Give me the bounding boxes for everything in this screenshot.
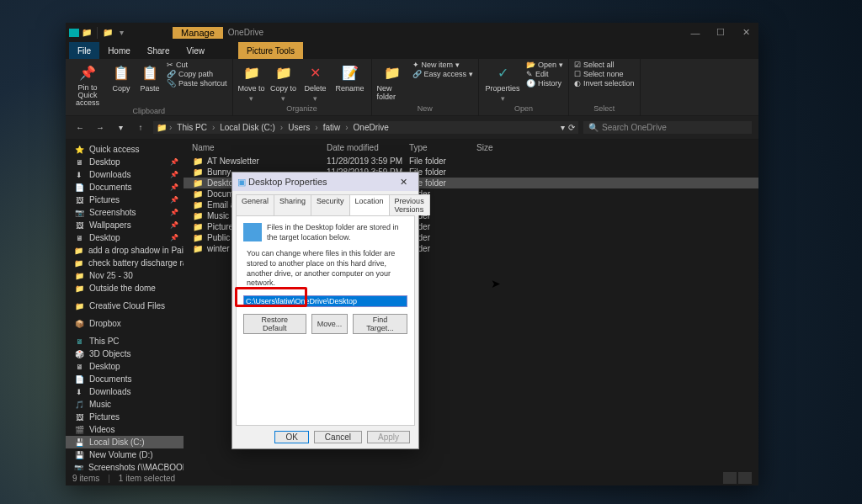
forward-button[interactable]: → [93, 120, 108, 135]
maximize-button[interactable]: ☐ [708, 23, 733, 42]
dialog-footer: OK Cancel Apply [232, 426, 418, 448]
sidebar-item[interactable]: 📄Documents📌 [66, 181, 184, 194]
sidebar-item[interactable]: 💾Local Disk (C:) [66, 436, 184, 448]
large-icons-view-icon[interactable] [738, 472, 752, 484]
menu-share[interactable]: Share [139, 42, 178, 59]
apply-button[interactable]: Apply [367, 431, 410, 443]
sidebar-item[interactable]: 📷Screenshots (\\MACBOOK ... [66, 461, 184, 470]
sidebar-item[interactable]: 📷Screenshots📌 [66, 206, 184, 219]
sidebar-item[interactable]: 🖥Desktop📌 [66, 231, 184, 244]
menu-home[interactable]: Home [99, 42, 139, 59]
open-button[interactable]: 📂Open ▾ [526, 61, 563, 69]
paste-shortcut-button[interactable]: 📎Paste shortcut [167, 79, 227, 88]
new-item-button[interactable]: ✦New item ▾ [412, 61, 474, 69]
select-none-button[interactable]: ☐Select none [574, 70, 635, 78]
column-headers[interactable]: Name Date modified Type Size [184, 140, 758, 156]
tab-location[interactable]: Location [349, 194, 390, 215]
tab-general[interactable]: General [236, 194, 274, 215]
path-icon: 🔗 [167, 70, 176, 78]
search-icon: 🔍 [588, 123, 599, 132]
sidebar-item[interactable]: 🖼Pictures📌 [66, 194, 184, 206]
move-to-button[interactable]: 📁Move to▾ [238, 61, 265, 103]
address-bar: ← → ▾ ↑ 📁 › This PC› Local Disk (C:)› Us… [66, 116, 758, 140]
paste-button[interactable]: 📋Paste [138, 61, 162, 93]
history-dropdown[interactable]: ▾ [113, 120, 128, 135]
menu-picture-tools[interactable]: Picture Tools [238, 42, 303, 59]
sidebar-item[interactable]: 📄Documents [66, 373, 184, 385]
tab-previous-versions[interactable]: Previous Versions [389, 194, 430, 215]
back-button[interactable]: ← [72, 120, 88, 135]
sidebar-item[interactable]: 🎲3D Objects [66, 347, 184, 360]
minimize-button[interactable]: — [683, 23, 708, 42]
cut-button[interactable]: ✂Cut [167, 61, 227, 69]
properties-button[interactable]: ✓Properties▾ [484, 61, 521, 103]
copy-button[interactable]: 📋Copy [109, 61, 133, 93]
dropdown-icon[interactable]: ▾ [561, 123, 565, 132]
invert-icon: ◐ [574, 79, 581, 88]
rename-button[interactable]: 📝Rename [334, 61, 366, 93]
delete-button[interactable]: ✕Delete▾ [302, 61, 329, 103]
sidebar-item[interactable]: 📁Nov 25 - 30 [66, 269, 184, 282]
new-folder-button[interactable]: 📁New folder [377, 61, 407, 101]
tab-security[interactable]: Security [311, 194, 350, 215]
breadcrumb[interactable]: 📁 › This PC› Local Disk (C:)› Users› fat… [153, 121, 578, 134]
invert-selection-button[interactable]: ◐Invert selection [574, 79, 635, 88]
file-row[interactable]: 📁AT Newsletter11/28/2019 3:59 PMFile fol… [184, 156, 758, 167]
this-pc-header[interactable]: 🖥This PC [66, 335, 184, 347]
sidebar-item[interactable]: 🎵Music [66, 398, 184, 411]
sidebar-item[interactable]: ⬇Downloads📌 [66, 168, 184, 181]
titlebar[interactable]: 📁 📁 ▾ Manage OneDrive — ☐ ✕ [66, 23, 758, 42]
menu-file[interactable]: File [69, 42, 99, 59]
tab-sharing[interactable]: Sharing [274, 194, 311, 215]
move-button[interactable]: Move... [311, 314, 349, 334]
easy-access-button[interactable]: 🔗Easy access ▾ [412, 70, 474, 78]
dialog-body: Files in the Desktop folder are stored i… [236, 215, 415, 426]
pin-quick-access-button[interactable]: 📌Pin to Quick access [71, 61, 104, 107]
details-view-icon[interactable] [723, 472, 737, 484]
chevron-down-icon[interactable]: ▾ [115, 27, 127, 39]
dropbox-item[interactable]: 📦Dropbox [66, 317, 184, 330]
select-all-button[interactable]: ☑Select all [574, 61, 635, 69]
dialog-titlebar[interactable]: ▣ Desktop Properties ✕ [232, 172, 418, 191]
dialog-tabs: General Sharing Security Location Previo… [232, 191, 418, 215]
sidebar-item[interactable]: 🖥Desktop [66, 360, 184, 373]
refresh-icon[interactable]: ⟳ [568, 123, 575, 132]
ribbon-select: ☑Select all ☐Select none ◐Invert selecti… [569, 59, 641, 115]
sidebar-item[interactable]: 🖥Desktop📌 [66, 156, 184, 168]
sidebar-item[interactable]: 📁add a drop shadow in Pain [66, 244, 184, 257]
sidebar-item[interactable]: ⬇Downloads [66, 385, 184, 398]
path-input[interactable]: C:\Users\fatiw\OneDrive\Desktop [243, 295, 407, 307]
close-button[interactable]: ✕ [733, 23, 758, 42]
sidebar-item[interactable]: 📁Outside the dome [66, 282, 184, 294]
sidebar-item[interactable]: 📁check battery discharge rat [66, 257, 184, 269]
folder-qat-icon[interactable]: 📁 [102, 27, 114, 39]
sidebar-item[interactable]: 💾New Volume (D:) [66, 448, 184, 461]
sidebar-item[interactable]: 🖼Pictures [66, 411, 184, 423]
quick-access-header[interactable]: ⭐Quick access [66, 143, 184, 156]
ribbon: 📌Pin to Quick access 📋Copy 📋Paste ✂Cut 🔗… [66, 59, 758, 116]
ok-button[interactable]: OK [274, 431, 308, 443]
ribbon-clipboard: 📌Pin to Quick access 📋Copy 📋Paste ✂Cut 🔗… [66, 59, 233, 115]
folder-icon: 📁 [81, 27, 93, 39]
edit-button[interactable]: ✎Edit [526, 70, 563, 78]
dialog-close-button[interactable]: ✕ [393, 177, 413, 188]
copy-path-button[interactable]: 🔗Copy path [167, 70, 227, 78]
folder-icon: ▣ [237, 177, 246, 187]
shortcut-icon: 📎 [167, 79, 176, 88]
restore-default-button[interactable]: Restore Default [243, 314, 306, 334]
sidebar-item[interactable]: 🎬Videos [66, 423, 184, 436]
up-button[interactable]: ↑ [133, 120, 148, 135]
find-target-button[interactable]: Find Target... [353, 314, 407, 334]
manage-tab[interactable]: Manage [173, 27, 223, 39]
search-input[interactable]: 🔍 Search OneDrive [583, 121, 752, 134]
explorer-icon [69, 29, 79, 37]
cancel-button[interactable]: Cancel [314, 431, 362, 443]
menu-view[interactable]: View [178, 42, 214, 59]
item-count: 9 items [72, 474, 99, 483]
selection-count: 1 item selected [119, 474, 175, 483]
creative-cloud-item[interactable]: 📁Creative Cloud Files [66, 300, 184, 312]
sidebar[interactable]: ⭐Quick access 🖥Desktop📌⬇Downloads📌📄Docum… [66, 140, 184, 470]
history-button[interactable]: 🕐History [526, 79, 563, 88]
sidebar-item[interactable]: 🖼Wallpapers📌 [66, 219, 184, 231]
copy-to-button[interactable]: 📁Copy to▾ [270, 61, 297, 103]
